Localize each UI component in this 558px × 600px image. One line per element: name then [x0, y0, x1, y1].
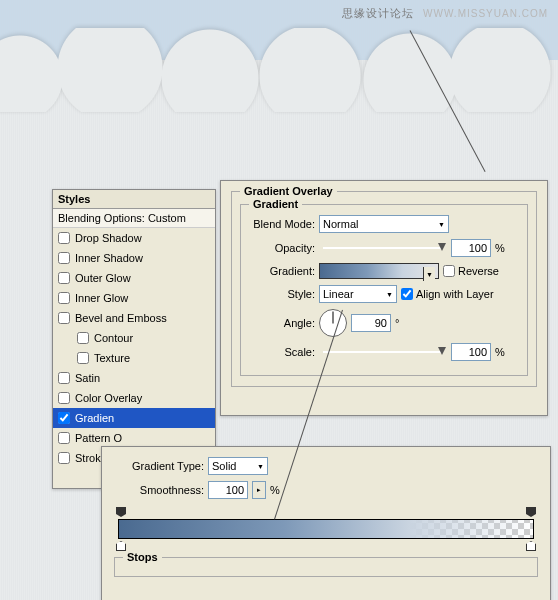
color-stop-left[interactable] [116, 541, 126, 551]
style-label: Inner Glow [75, 292, 128, 304]
styles-panel: Styles Blending Options: Custom Drop Sha… [52, 189, 216, 489]
angle-value[interactable]: 90 [351, 314, 391, 332]
reverse-checkbox[interactable]: Reverse [443, 265, 499, 277]
style-label: Contour [94, 332, 133, 344]
gradient-type-select[interactable]: Solid [208, 457, 268, 475]
style-checkbox[interactable] [58, 372, 70, 384]
align-checkbox[interactable]: Align with Layer [401, 288, 494, 300]
angle-label: Angle: [249, 317, 315, 329]
overlay-title: Gradient Overlay [240, 185, 337, 197]
opacity-label: Opacity: [249, 242, 315, 254]
styles-header: Styles [53, 190, 215, 209]
style-label: Color Overlay [75, 392, 142, 404]
opacity-slider[interactable] [323, 241, 443, 255]
style-label: Style: [249, 288, 315, 300]
style-label: Outer Glow [75, 272, 131, 284]
scale-label: Scale: [249, 346, 315, 358]
gradient-overlay-panel: Gradient Overlay Gradient Blend Mode: No… [220, 180, 548, 416]
scale-slider[interactable] [323, 345, 443, 359]
style-label: Texture [94, 352, 130, 364]
scale-value[interactable]: 100 [451, 343, 491, 361]
opacity-stop-right[interactable] [526, 507, 536, 517]
style-label: Pattern O [75, 432, 122, 444]
stops-label: Stops [123, 551, 162, 563]
style-label: Satin [75, 372, 100, 384]
style-checkbox[interactable] [58, 452, 70, 464]
style-row-color-overlay[interactable]: Color Overlay [53, 388, 215, 408]
style-row-pattern-overlay[interactable]: Pattern O [53, 428, 215, 448]
style-row-outer-glow[interactable]: Outer Glow [53, 268, 215, 288]
opacity-stop-left[interactable] [116, 507, 126, 517]
style-row-satin[interactable]: Satin [53, 368, 215, 388]
style-checkbox[interactable] [58, 272, 70, 284]
smoothness-dropdown-icon[interactable]: ▸ [252, 481, 266, 499]
overlay-fieldset: Gradient Overlay Gradient Blend Mode: No… [231, 191, 537, 387]
style-checkbox[interactable] [58, 252, 70, 264]
style-checkbox[interactable] [58, 312, 70, 324]
blend-mode-label: Blend Mode: [249, 218, 315, 230]
style-row-inner-shadow[interactable]: Inner Shadow [53, 248, 215, 268]
style-row-contour[interactable]: Contour [53, 328, 215, 348]
watermark-cn: 思缘设计论坛 [342, 7, 414, 19]
style-row-texture[interactable]: Texture [53, 348, 215, 368]
smoothness-label: Smoothness: [114, 484, 204, 496]
style-checkbox[interactable] [58, 412, 70, 424]
gradient-type-label: Gradient Type: [114, 460, 204, 472]
style-checkbox[interactable] [77, 352, 89, 364]
stops-fieldset: Stops [114, 557, 538, 577]
gradient-bar[interactable] [118, 509, 534, 549]
overlay-subtitle: Gradient [249, 198, 302, 210]
style-row-bevel-and-emboss[interactable]: Bevel and Emboss [53, 308, 215, 328]
styles-subheader[interactable]: Blending Options: Custom [53, 209, 215, 228]
scale-pct: % [495, 346, 505, 358]
angle-dial[interactable] [319, 309, 347, 337]
opacity-pct: % [495, 242, 505, 254]
style-row-drop-shadow[interactable]: Drop Shadow [53, 228, 215, 248]
style-row-inner-glow[interactable]: Inner Glow [53, 288, 215, 308]
style-select[interactable]: Linear [319, 285, 397, 303]
smoothness-value[interactable]: 100 [208, 481, 248, 499]
opacity-value[interactable]: 100 [451, 239, 491, 257]
style-checkbox[interactable] [58, 292, 70, 304]
style-checkbox[interactable] [58, 232, 70, 244]
gradient-track[interactable] [118, 519, 534, 539]
styles-list: Drop ShadowInner ShadowOuter GlowInner G… [53, 228, 215, 468]
style-label: Gradien [75, 412, 114, 424]
style-row-gradient-overlay[interactable]: Gradien [53, 408, 215, 428]
align-input[interactable] [401, 288, 413, 300]
color-stop-right[interactable] [526, 541, 536, 551]
style-checkbox[interactable] [77, 332, 89, 344]
blend-mode-select[interactable]: Normal [319, 215, 449, 233]
style-label: Bevel and Emboss [75, 312, 167, 324]
angle-deg: ° [395, 317, 399, 329]
style-label: Inner Shadow [75, 252, 143, 264]
watermark-en: WWW.MISSYUAN.COM [423, 8, 548, 19]
gradient-editor-panel: Gradient Type: Solid Smoothness: 100 ▸ %… [101, 446, 551, 600]
reverse-input[interactable] [443, 265, 455, 277]
gradient-fieldset: Gradient Blend Mode: Normal Opacity: 100… [240, 204, 528, 376]
style-label: Drop Shadow [75, 232, 142, 244]
gradient-label: Gradient: [249, 265, 315, 277]
gradient-picker[interactable] [319, 263, 439, 279]
style-checkbox[interactable] [58, 432, 70, 444]
style-checkbox[interactable] [58, 392, 70, 404]
smoothness-pct: % [270, 484, 280, 496]
watermark: 思缘设计论坛 WWW.MISSYUAN.COM [342, 6, 548, 21]
